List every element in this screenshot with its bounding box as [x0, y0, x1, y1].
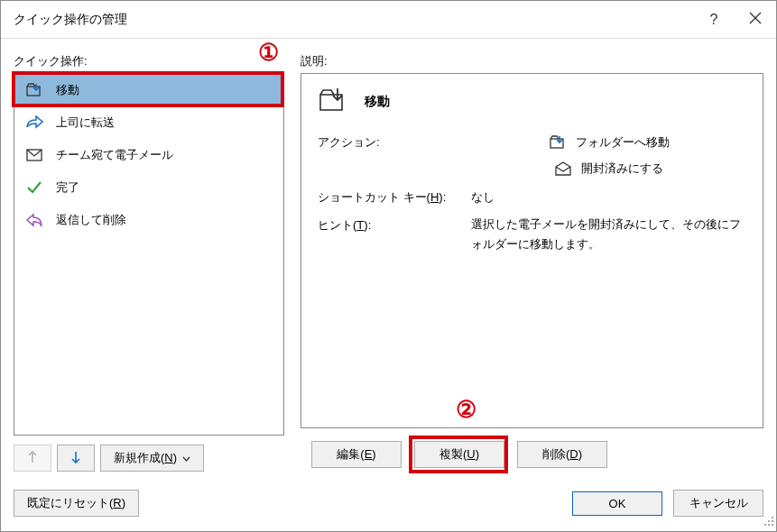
quickstep-item-label: チーム宛て電子メール [56, 147, 173, 163]
check-icon [25, 179, 43, 197]
hint-label: ヒント(T): [318, 215, 471, 254]
action-text: フォルダーへ移動 [576, 132, 670, 152]
move-up-button[interactable] [14, 445, 51, 472]
move-folder-large-icon [318, 87, 348, 117]
action-line-2: 開封済みにする [554, 158, 663, 179]
chevron-down-icon [182, 451, 190, 464]
hint-value: 選択した電子メールを開封済みにして、その後にフォルダーに移動します。 [471, 215, 746, 254]
description-title: 移動 [365, 94, 390, 110]
action-text: 開封済みにする [581, 158, 663, 179]
right-panel: 説明: 移動 アクション: フォルダー [301, 50, 763, 481]
reply-delete-icon [25, 211, 43, 229]
cancel-button[interactable]: キャンセル [673, 490, 763, 517]
quickstep-item-reply-delete[interactable]: 返信して削除 [14, 204, 283, 236]
move-folder-icon [25, 81, 43, 99]
arrow-up-icon [25, 450, 40, 467]
action-line-1: フォルダーへ移動 [549, 132, 670, 152]
annotation-1: ① [258, 39, 279, 67]
quicksteps-listbox[interactable]: 移動 上司に転送 チーム宛て電子メール [14, 73, 284, 436]
forward-icon [25, 114, 43, 132]
help-button[interactable]: ? [693, 1, 735, 39]
ok-button[interactable]: OK [572, 491, 662, 516]
svg-rect-2 [320, 95, 342, 110]
svg-point-7 [764, 524, 766, 526]
new-button[interactable]: 新規作成(N) [100, 445, 204, 472]
quickstep-item-label: 完了 [56, 179, 79, 196]
edit-button[interactable]: 編集(E) [311, 441, 402, 468]
left-controls: 新規作成(N) [14, 436, 284, 481]
titlebar: クイック操作の管理 ? [1, 1, 776, 39]
move-down-button[interactable] [57, 445, 95, 472]
svg-point-8 [768, 524, 770, 526]
svg-point-9 [772, 524, 773, 526]
left-panel: クイック操作: ① 移動 上司に転送 [14, 50, 284, 481]
quickstep-item-label: 上司に転送 [56, 115, 115, 131]
quickstep-item-team-email[interactable]: チーム宛て電子メール [14, 139, 283, 171]
quickstep-item-forward[interactable]: 上司に転送 [14, 106, 283, 139]
close-icon [749, 12, 762, 28]
quickstep-item-label: 返信して削除 [56, 212, 126, 228]
close-button[interactable] [735, 1, 776, 39]
quickstep-item-done[interactable]: 完了 [14, 171, 283, 204]
quicksteps-label: クイック操作: [14, 53, 88, 69]
move-folder-icon [549, 133, 567, 151]
resize-grip[interactable] [763, 516, 774, 529]
quickstep-item-label: 移動 [56, 82, 79, 98]
content-area: クイック操作: ① 移動 上司に転送 [1, 39, 776, 481]
duplicate-button[interactable]: 複製(U) [414, 441, 504, 468]
new-button-label: 新規作成(N) [114, 451, 177, 464]
description-box: 移動 アクション: フォルダーへ移動 [301, 73, 763, 428]
help-icon: ? [710, 12, 718, 28]
mark-read-icon [554, 160, 572, 178]
svg-point-5 [768, 520, 770, 522]
action-label: アクション: [318, 132, 471, 179]
svg-point-6 [772, 520, 773, 522]
reset-defaults-button[interactable]: 既定にリセット(R) [14, 490, 139, 517]
footer: 既定にリセット(R) OK キャンセル [1, 481, 776, 531]
description-label: 説明: [301, 53, 328, 69]
delete-button[interactable]: 削除(D) [517, 441, 607, 468]
window-title: クイック操作の管理 [14, 12, 693, 28]
shortcut-value: なし [471, 187, 746, 207]
dialog-window: クイック操作の管理 ? クイック操作: ① 移動 [0, 0, 777, 532]
envelope-icon [25, 146, 43, 164]
description-buttons: ② 編集(E) 複製(U) 削除(D) [311, 428, 763, 481]
arrow-down-icon [69, 450, 83, 467]
svg-point-4 [772, 517, 773, 518]
quickstep-item-move[interactable]: 移動 [14, 74, 283, 106]
shortcut-label: ショートカット キー(H): [318, 187, 471, 207]
